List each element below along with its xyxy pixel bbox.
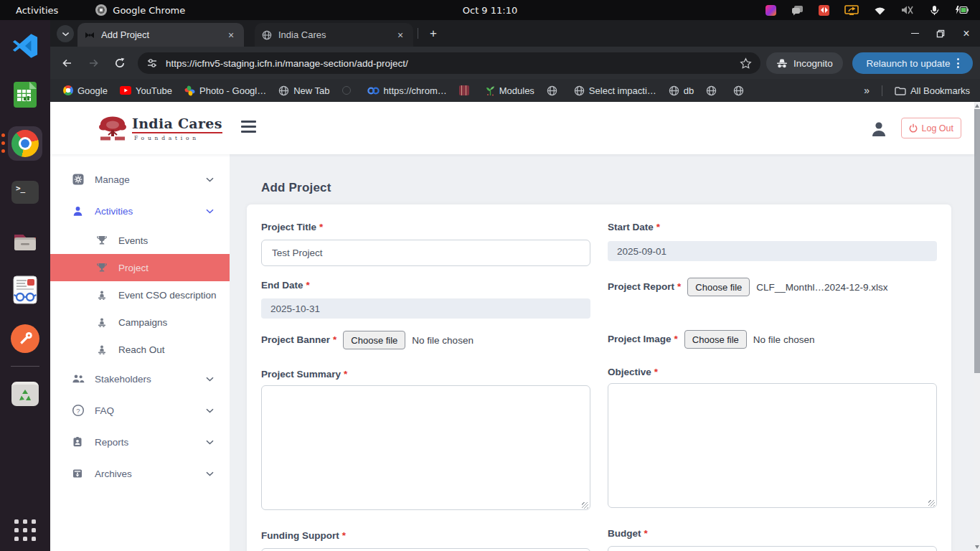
bookmark-google-photos[interactable]: Photo - Googl… <box>184 85 266 96</box>
clock[interactable]: Oct 9 11:10 <box>463 5 517 16</box>
bookmark-bajaj[interactable] <box>459 85 473 95</box>
bookmarks-divider <box>882 85 882 96</box>
bookmark-star-icon[interactable] <box>740 57 752 70</box>
cast-icon[interactable] <box>819 5 829 16</box>
bookmarks-overflow-button[interactable]: » <box>864 85 870 96</box>
dock-document-viewer-icon[interactable] <box>8 273 42 307</box>
window-controls: × <box>905 20 976 47</box>
sidebar-item-activities[interactable]: Activities <box>50 195 230 227</box>
add-project-form: Project Title* End Date* Project Banner*… <box>247 204 951 551</box>
dock-chrome-icon[interactable] <box>8 126 42 161</box>
page-scrollbar[interactable] <box>974 102 980 551</box>
back-icon[interactable] <box>57 53 77 73</box>
browser-menu-icon[interactable] <box>957 58 959 68</box>
site-settings-icon[interactable] <box>146 57 158 69</box>
resize-grip-icon[interactable] <box>928 500 935 507</box>
objective-textarea[interactable] <box>608 383 937 508</box>
scroll-up-icon[interactable] <box>975 104 979 108</box>
sidebar-item-event-cso-description[interactable]: Event CSO description <box>50 281 230 309</box>
bookmark-globe-3[interactable] <box>733 85 748 96</box>
sidebar-item-events[interactable]: Events <box>50 227 230 254</box>
bookmark-db[interactable]: db <box>669 85 694 96</box>
dock-libreoffice-calc-icon[interactable] <box>8 77 42 112</box>
tab-search-button[interactable] <box>57 25 74 42</box>
dock-trash-icon[interactable] <box>8 377 42 411</box>
sidebar-item-archives[interactable]: Archives <box>50 458 230 489</box>
url-text[interactable]: https://icfnv5-staging.icfn.in/manage-se… <box>166 58 408 69</box>
restore-button[interactable] <box>931 24 950 43</box>
project-title-input[interactable] <box>261 240 590 266</box>
bookmark-chrome-link[interactable]: https://chrom… <box>367 85 447 96</box>
bookmark-modules[interactable]: Modules <box>486 85 534 96</box>
sidebar-item-label: Stakeholders <box>95 374 151 385</box>
show-applications-button[interactable] <box>14 519 36 541</box>
hamburger-menu-icon[interactable] <box>241 121 256 133</box>
reload-icon[interactable] <box>110 53 130 73</box>
battery-icon[interactable] <box>955 5 969 15</box>
logout-button[interactable]: Log Out <box>901 118 961 138</box>
chrome-running-dots <box>1 133 5 153</box>
sidebar-item-reach-out[interactable]: Reach Out <box>50 336 230 363</box>
screenshare-icon[interactable] <box>844 5 859 16</box>
close-icon[interactable]: × <box>395 29 406 41</box>
sidebar-item-label: Events <box>118 235 148 246</box>
project-banner-choose-file-button[interactable]: Choose file <box>343 331 405 349</box>
forward-icon[interactable] <box>83 53 103 73</box>
start-date-input[interactable] <box>608 241 937 261</box>
focused-app-indicator[interactable]: Google Chrome <box>95 4 185 16</box>
project-image-choose-file-button[interactable]: Choose file <box>684 330 747 349</box>
dock-vscode-icon[interactable] <box>8 29 42 63</box>
bookmark-globe-2[interactable] <box>706 85 721 96</box>
wifi-icon[interactable] <box>874 6 886 15</box>
scroll-down-icon[interactable] <box>975 545 979 549</box>
user-icon[interactable] <box>870 119 888 138</box>
end-date-input[interactable] <box>261 298 590 319</box>
tab-divider <box>418 28 418 39</box>
dock-postman-icon[interactable] <box>8 321 42 356</box>
trophy-icon <box>96 235 108 246</box>
volume-muted-icon[interactable] <box>901 5 914 15</box>
sidebar-item-reports[interactable]: Reports <box>50 426 230 458</box>
india-cares-logo[interactable]: India Cares Foundation <box>96 115 222 142</box>
budget-input[interactable] <box>608 546 937 551</box>
sidebar-item-manage[interactable]: Manage <box>50 164 230 195</box>
globe-icon <box>262 30 272 40</box>
system-tray[interactable] <box>765 5 980 16</box>
sidebar-item-campaigns[interactable]: Campaigns <box>50 309 230 336</box>
bookmark-select-impact[interactable]: Select impacti… <box>574 85 656 96</box>
project-summary-textarea[interactable] <box>261 385 590 510</box>
power-icon <box>909 123 918 133</box>
relaunch-to-update-button[interactable]: Relaunch to update <box>852 52 973 74</box>
tab-india-cares[interactable]: India Cares × <box>255 23 413 47</box>
funding-support-input[interactable] <box>261 548 590 551</box>
chevron-down-icon <box>206 209 214 214</box>
bookmark-google[interactable]: Google <box>63 85 108 96</box>
archive-icon <box>72 468 85 479</box>
close-window-button[interactable]: × <box>957 24 976 43</box>
chat-icon[interactable] <box>791 5 804 16</box>
sidebar-item-project[interactable]: Project <box>50 254 230 281</box>
all-bookmarks-button[interactable]: All Bookmarks <box>895 85 970 96</box>
bookmark-new-tab[interactable]: New Tab <box>278 85 329 96</box>
minimize-button[interactable] <box>905 24 924 43</box>
sidebar-item-stakeholders[interactable]: Stakeholders <box>50 363 230 395</box>
resize-grip-icon[interactable] <box>582 502 588 509</box>
microphone-icon[interactable] <box>929 5 940 16</box>
chevron-down-icon <box>206 177 214 182</box>
dock-files-icon[interactable] <box>8 224 42 258</box>
badge-icon <box>72 436 85 448</box>
address-bar[interactable]: https://icfnv5-staging.icfn.in/manage-se… <box>138 52 760 74</box>
dock-terminal-icon[interactable]: >_ <box>8 175 42 209</box>
tab-add-project[interactable]: Add Project × <box>77 23 244 47</box>
bookmark-globe-1[interactable] <box>547 85 562 96</box>
project-report-choose-file-button[interactable]: Choose file <box>687 278 750 296</box>
close-icon[interactable]: × <box>225 29 237 41</box>
color-cube-icon[interactable] <box>765 5 776 16</box>
scrollbar-thumb[interactable] <box>974 109 980 373</box>
bookmark-unnamed[interactable] <box>342 86 355 95</box>
sidebar-item-label: Event CSO description <box>118 290 217 301</box>
bookmark-youtube[interactable]: YouTube <box>120 85 172 96</box>
sidebar-item-faq[interactable]: ? FAQ <box>50 395 230 426</box>
activities-button[interactable]: Activities <box>0 5 58 16</box>
new-tab-button[interactable]: + <box>425 25 442 42</box>
